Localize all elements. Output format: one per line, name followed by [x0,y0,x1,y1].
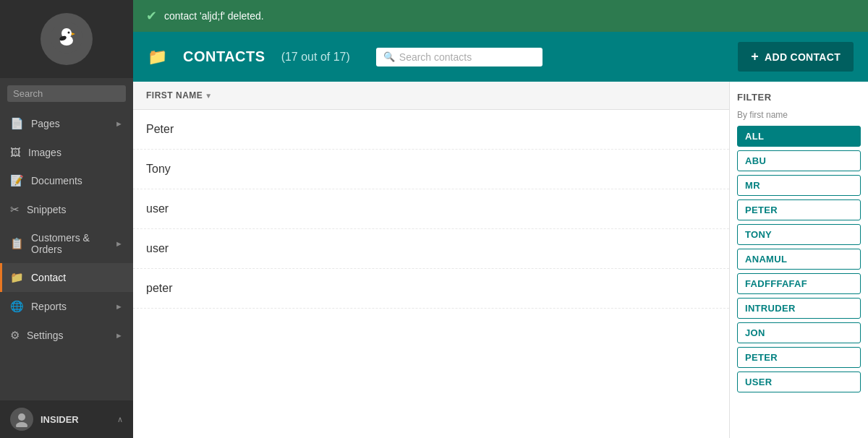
contacts-list: FIRST NAME ▼ Peter Tony user user peter [133,82,729,438]
sidebar-item-label: Customers & Orders [31,232,115,255]
filter-btn-peter-2[interactable]: PETER [737,347,861,368]
sidebar-user[interactable]: INSIDER ∧ [0,400,133,438]
svg-point-7 [16,422,27,427]
filter-btn-fadfffafaf[interactable]: FADFFFAFAF [737,273,861,294]
sidebar-item-label: Reports [31,301,115,312]
check-circle-icon: ✔ [146,8,157,24]
customers-icon: 📋 [10,237,24,250]
sidebar-item-reports[interactable]: 🌐 Reports ► [0,292,133,321]
table-row[interactable]: user [133,229,729,269]
sidebar-item-documents[interactable]: 📝 Documents [0,166,133,195]
filter-btn-abu[interactable]: ABU [737,150,861,171]
main-content: ✔ contact 'aljd;f' deleted. 📁 CONTACTS (… [133,0,868,438]
chevron-right-icon: ► [115,302,123,311]
filter-title: FILTER [737,92,861,103]
filter-btn-all[interactable]: ALL [737,126,861,147]
filter-btn-user[interactable]: USER [737,372,861,392]
filter-subtitle: By first name [737,110,861,120]
table-header: FIRST NAME ▼ [133,82,729,110]
contact-name: Tony [146,163,171,175]
sidebar-item-label: Snippets [27,204,123,215]
first-name-column-header: FIRST NAME [146,90,203,100]
sidebar-item-snippets[interactable]: ✂ Snippets [0,195,133,224]
filter-panel: FILTER By first name ALL ABU MR PETER TO… [729,82,868,438]
avatar [10,408,33,431]
settings-icon: ⚙ [10,329,20,342]
filter-btn-peter-1[interactable]: PETER [737,199,861,220]
sidebar-search-area: 🔍 [0,78,133,109]
sidebar-logo [0,0,133,78]
plus-icon: + [751,49,759,64]
logo-circle [41,13,93,65]
contact-name: user [146,202,169,215]
sidebar-nav: 📄 Pages ► 🖼 Images 📝 Documents ✂ Snippet… [0,109,133,400]
reports-icon: 🌐 [10,300,24,313]
sidebar: 🔍 📄 Pages ► 🖼 Images 📝 Documents ✂ Snipp… [0,0,133,438]
filter-btn-intruder[interactable]: INTRUDER [737,298,861,319]
sidebar-item-pages[interactable]: 📄 Pages ► [0,109,133,138]
contact-name: user [146,242,169,254]
filter-btn-jon[interactable]: JON [737,322,861,343]
chevron-right-icon: ► [115,119,123,128]
snippets-icon: ✂ [10,203,20,216]
user-name: INSIDER [41,414,117,425]
sidebar-item-settings[interactable]: ⚙ Settings ► [0,321,133,350]
header-bar: 📁 CONTACTS (17 out of 17) 🔍 + ADD CONTAC… [133,32,868,82]
sidebar-item-label: Documents [31,175,123,186]
search-input[interactable] [13,88,133,99]
filter-btn-anamul[interactable]: ANAMUL [737,249,861,270]
search-icon: 🔍 [383,51,395,62]
sidebar-item-label: Settings [27,330,115,341]
chevron-right-icon: ► [115,239,123,248]
chevron-up-icon: ∧ [117,415,123,424]
sidebar-item-label: Images [28,147,123,158]
table-row[interactable]: Tony [133,150,729,189]
images-icon: 🖼 [10,146,21,158]
sidebar-item-label: Contact [31,272,123,283]
notification-message: contact 'aljd;f' deleted. [164,10,264,22]
filter-btn-mr[interactable]: MR [737,175,861,196]
page-title: CONTACTS [183,48,265,65]
sidebar-search-wrap[interactable]: 🔍 [7,85,126,102]
table-row[interactable]: user [133,189,729,229]
content-area: FIRST NAME ▼ Peter Tony user user peter … [133,82,868,438]
chevron-right-icon: ► [115,331,123,340]
sort-arrow-icon: ▼ [205,92,212,100]
bird-icon [51,22,82,56]
contact-icon: 📁 [10,271,24,284]
contact-name: Peter [146,123,174,135]
add-contact-button[interactable]: + ADD CONTACT [738,42,854,72]
sidebar-item-contact[interactable]: 📁 Contact [0,263,133,292]
table-row[interactable]: peter [133,269,729,309]
sidebar-item-customers[interactable]: 📋 Customers & Orders ► [0,224,133,263]
documents-icon: 📝 [10,174,24,187]
notification-bar: ✔ contact 'aljd;f' deleted. [133,0,868,32]
svg-point-6 [18,413,25,421]
add-contact-label: ADD CONTACT [765,51,841,63]
table-row[interactable]: Peter [133,110,729,150]
filter-btn-tony[interactable]: TONY [737,224,861,245]
svg-point-4 [68,32,70,34]
search-contacts-input[interactable] [399,51,535,63]
pages-icon: 📄 [10,117,24,130]
contact-name: peter [146,282,172,294]
contacts-folder-icon: 📁 [148,48,167,66]
search-contacts-wrap[interactable]: 🔍 [376,48,542,66]
contacts-count: (17 out of 17) [281,51,350,64]
sidebar-item-label: Pages [31,118,115,129]
sidebar-item-images[interactable]: 🖼 Images [0,138,133,166]
